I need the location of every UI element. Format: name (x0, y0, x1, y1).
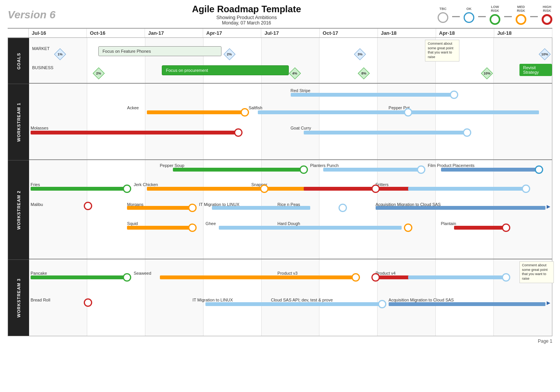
fritters-ms (371, 185, 380, 193)
fries-bar (31, 187, 129, 191)
product-v4-lb-ms (502, 273, 510, 282)
bread-roll-ms (84, 298, 92, 307)
legend-ok: OK (464, 7, 474, 23)
timeline-label-spacer (8, 29, 29, 37)
arrow-ws2: ► (545, 203, 552, 210)
legend-tbc: TBC (438, 7, 448, 23)
red-stripe-bar (291, 93, 454, 97)
page: Version 6 Agile Roadmap Template Showing… (0, 0, 560, 392)
product-v3-bar (160, 275, 356, 279)
plantain-label: Plantain (441, 221, 456, 226)
date-jul18: Jul-18 (494, 29, 552, 37)
pancake-label: Pancake (31, 271, 47, 275)
goat-curry-bar (304, 131, 467, 134)
diamond-10pct-biz: 10% (483, 69, 491, 78)
plantain-bar (454, 226, 506, 230)
ackee-milestone (241, 108, 249, 117)
morgans-ms (188, 204, 197, 212)
fries-ms (123, 185, 131, 193)
molasses-label: Molasses (31, 126, 48, 130)
malibu-ms (84, 202, 92, 210)
squid-label: Squid (127, 221, 138, 226)
focus-procurement-bar: Focus on procurement (162, 65, 289, 75)
diamond-10pct-market: 10% (540, 50, 549, 58)
film-placements-ms (535, 165, 543, 174)
cloud-sas-api-label: Cloud SAS API; dev, test & prove (271, 298, 333, 302)
diamond-1pct: 1% (56, 50, 64, 58)
fritters-lb-bar (408, 187, 526, 191)
legend: TBC OK LOWRISK MEDRISK HIGHRISK (438, 5, 552, 25)
film-placements-label: Film Product Placements (428, 163, 474, 168)
goat-curry-ms (463, 128, 471, 137)
comment-box-ws3: Comment about some great point that you … (519, 261, 554, 283)
goat-curry-label: Goat Curry (291, 126, 311, 130)
product-v3-ms (352, 273, 360, 282)
comment-box-goals: Comment about some great point that you … (425, 40, 459, 62)
date: Monday, 07 March 2016 (55, 20, 438, 26)
diamond-2pct-market: 2% (225, 50, 234, 58)
revisit-strategy-button[interactable]: Revisit Strategy (519, 64, 552, 76)
bread-roll-label: Bread Roll (31, 298, 50, 302)
fries-label: Fries (31, 182, 40, 187)
snapper-ms (260, 185, 269, 193)
diamond-4pct: 4% (291, 69, 299, 78)
product-v3-label: Product v3 (277, 271, 298, 275)
diamond-8pct: 8% (360, 69, 368, 78)
snapper-bar (147, 187, 310, 191)
legend-low-risk: LOWRISK (490, 5, 500, 25)
acq-migration-ws3-label: Acquisition Migration to Cloud SAS (389, 298, 454, 302)
header-center: Agile Roadmap Template Showing Product A… (55, 4, 438, 26)
it-migration-ws3-label: IT Migration to LINUX (192, 298, 233, 302)
date-apr17: Apr-17 (203, 29, 261, 37)
date-jan18: Jan-18 (378, 29, 436, 37)
pepper-soup-ms (300, 165, 308, 174)
header: Version 6 Agile Roadmap Template Showing… (8, 4, 552, 26)
date-jan17: Jan-17 (145, 29, 203, 37)
version-label: Version 6 (8, 9, 55, 21)
workstream2-label: WORKSTREAM 2 (8, 160, 29, 259)
arrow-ws3: ► (545, 300, 552, 306)
plantain-ms (502, 224, 510, 232)
planters-punch-ms (417, 165, 425, 174)
date-apr18: Apr-18 (436, 29, 494, 37)
high-risk-circle (542, 14, 552, 25)
molasses-bar (31, 131, 240, 134)
workstream1-label: WORKSTREAM 1 (8, 84, 29, 160)
timeline-header: Jul-16 Oct-16 Jan-17 Apr-17 Jul-17 Oct-1… (8, 28, 552, 38)
content-area: MARKET BUSINESS 1% Focus on Feature Phon… (29, 38, 552, 336)
low-risk-circle (490, 14, 500, 25)
saltfish-bar (258, 110, 421, 114)
acq-migration-ws3-bar (389, 302, 545, 306)
product-v4-lb-bar (408, 275, 506, 279)
morgans-bar (127, 206, 192, 210)
diamond-2pct-biz: 2% (94, 69, 103, 78)
ws1-section: Red Stripe Ackee Saltfish Pepper Pot Mol… (29, 84, 552, 160)
pancake-ms (123, 273, 131, 282)
row-label-col: GOALS WORKSTREAM 1 WORKSTREAM 2 WORKSTRE… (8, 38, 29, 336)
hard-dough-label: Hard Dough (277, 221, 300, 226)
ws3-section: Pancake Seaweed Product v3 Product v4 Co… (29, 259, 552, 336)
business-label: BUSINESS (32, 65, 54, 70)
pepper-soup-label: Pepper Soup (160, 163, 184, 168)
cloud-sas-ms (378, 300, 386, 308)
molasses-milestone (234, 128, 243, 137)
film-placements-bar (441, 168, 539, 172)
pepper-pot-bar (408, 110, 539, 114)
market-label: MARKET (32, 46, 50, 51)
ghee-label: Ghee (205, 221, 216, 226)
ok-circle (464, 12, 474, 23)
page-number: Page 1 (8, 339, 552, 344)
ackee-label: Ackee (127, 105, 139, 110)
product-v4-ms (371, 273, 380, 282)
legend-high-risk: HIGHRISK (542, 5, 552, 25)
tbc-circle (438, 12, 448, 23)
pepper-pot-ms (404, 108, 412, 117)
seaweed-label: Seaweed (133, 271, 151, 275)
saltfish-label: Saltfish (249, 105, 262, 110)
squid-ms (188, 224, 197, 232)
goals-label: GOALS (8, 38, 29, 84)
rice-ms (339, 204, 347, 212)
planters-punch-bar (323, 168, 421, 172)
pancake-bar (31, 275, 129, 279)
hard-dough-bar (219, 226, 402, 230)
